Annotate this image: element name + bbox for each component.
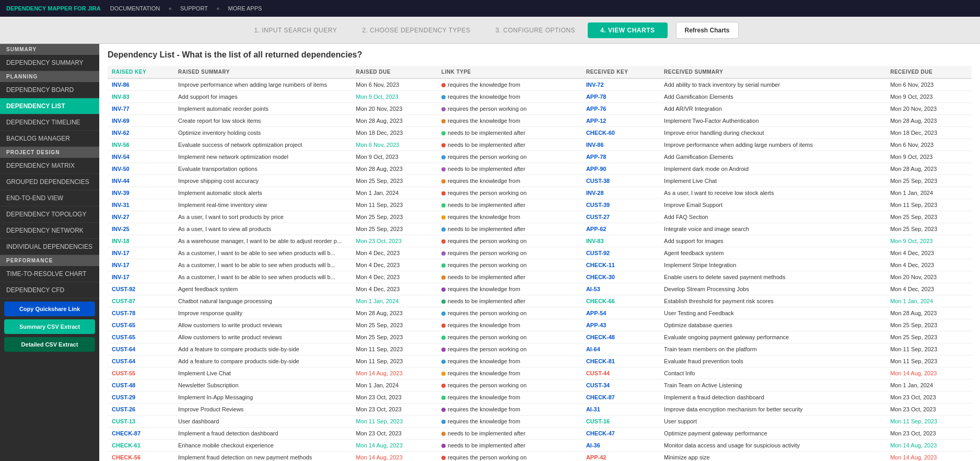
received-key-cell[interactable]: CHECK-66 — [582, 295, 660, 307]
raised-summary-cell: Implement automatic stock alerts — [174, 187, 352, 199]
received-key-cell[interactable]: INV-28 — [582, 187, 660, 199]
raised-key-cell[interactable]: CUST-65 — [108, 331, 174, 343]
received-key-cell[interactable]: CHECK-48 — [582, 331, 660, 343]
raised-key-cell[interactable]: INV-83 — [108, 91, 174, 103]
received-key-cell[interactable]: APP-76 — [582, 103, 660, 115]
summary-csv-button[interactable]: Summary CSV Extract — [4, 319, 95, 334]
more-apps-link[interactable]: MORE APPS — [228, 5, 262, 11]
raised-key-cell[interactable]: CUST-64 — [108, 343, 174, 355]
step-3[interactable]: 3. CONFIGURE OPTIONS — [483, 22, 588, 38]
table-row: INV-62 Optimize inventory holding costs … — [108, 127, 972, 139]
received-key-cell[interactable]: CUST-27 — [582, 211, 660, 223]
received-due-cell: Mon 25 Sep, 2023 — [886, 175, 972, 187]
raised-due-cell: Mon 1 Jan, 2024 — [352, 187, 437, 199]
received-key-cell[interactable]: CHECK-47 — [582, 428, 660, 440]
received-key-cell[interactable]: CUST-16 — [582, 416, 660, 428]
received-key-cell[interactable]: APP-42 — [582, 452, 660, 462]
received-key-cell[interactable]: APP-78 — [582, 91, 660, 103]
received-key-cell[interactable]: INV-83 — [582, 235, 660, 247]
raised-key-cell[interactable]: CUST-65 — [108, 319, 174, 331]
raised-key-cell[interactable]: CHECK-61 — [108, 440, 174, 452]
support-link[interactable]: SUPPORT — [180, 5, 208, 11]
refresh-charts-button[interactable]: Refresh Charts — [676, 22, 739, 39]
received-summary-cell: Implement Two-Factor Authentication — [660, 115, 886, 127]
received-key-cell[interactable]: APP-62 — [582, 223, 660, 235]
received-key-cell[interactable]: CHECK-81 — [582, 355, 660, 367]
raised-key-cell[interactable]: INV-25 — [108, 223, 174, 235]
raised-key-cell[interactable]: INV-62 — [108, 127, 174, 139]
doc-link[interactable]: DOCUMENTATION — [110, 5, 160, 11]
received-key-cell[interactable]: INV-72 — [582, 78, 660, 91]
raised-key-cell[interactable]: CUST-26 — [108, 404, 174, 416]
received-key-cell[interactable]: CUST-38 — [582, 175, 660, 187]
raised-key-cell[interactable]: CUST-55 — [108, 367, 174, 379]
raised-key-cell[interactable]: INV-17 — [108, 247, 174, 259]
step-1[interactable]: 1. INPUT SEARCH QUERY — [241, 22, 349, 38]
received-key-cell[interactable]: CHECK-30 — [582, 271, 660, 283]
received-key-cell[interactable]: APP-43 — [582, 319, 660, 331]
received-key-cell[interactable]: AI-53 — [582, 283, 660, 295]
received-key-cell[interactable]: AI-64 — [582, 343, 660, 355]
sidebar-item-dependency-topology[interactable]: DEPENDENCY TOPOLOGY — [0, 206, 99, 223]
raised-key-cell[interactable]: CUST-13 — [108, 416, 174, 428]
raised-summary-cell: Improve performance when adding large nu… — [174, 78, 352, 91]
sidebar-item-dependency-timeline[interactable]: DEPENDENCY TIMELINE — [0, 114, 99, 131]
received-key-cell[interactable]: AI-31 — [582, 404, 660, 416]
raised-key-cell[interactable]: CUST-92 — [108, 283, 174, 295]
received-key-cell[interactable]: APP-12 — [582, 115, 660, 127]
raised-key-cell[interactable]: CHECK-87 — [108, 428, 174, 440]
sidebar-item-dependency-network[interactable]: DEPENDENCY NETWORK — [0, 223, 99, 239]
received-key-cell[interactable]: CUST-39 — [582, 199, 660, 211]
raised-summary-cell: Add support for images — [174, 91, 352, 103]
sidebar-item-dependency-list[interactable]: DEPENDENCY LIST — [0, 98, 99, 114]
raised-key-cell[interactable]: INV-27 — [108, 211, 174, 223]
received-key-cell[interactable]: APP-54 — [582, 307, 660, 319]
sidebar-item-dependency-summary[interactable]: DEPENDENCY SUMMARY — [0, 55, 99, 71]
raised-key-cell[interactable]: INV-18 — [108, 235, 174, 247]
raised-key-cell[interactable]: INV-69 — [108, 115, 174, 127]
received-key-cell[interactable]: AI-36 — [582, 440, 660, 452]
sidebar-item-backlog-manager[interactable]: BACKLOG MANAGER — [0, 131, 99, 147]
sidebar-item-individual-dependencies[interactable]: INDIVIDUAL DEPENDENCIES — [0, 239, 99, 255]
raised-key-cell[interactable]: CUST-64 — [108, 355, 174, 367]
copy-quickshare-button[interactable]: Copy Quickshare Link — [4, 302, 95, 316]
received-due-cell: Mon 25 Sep, 2023 — [886, 223, 972, 235]
sidebar-item-dependency-cfd[interactable]: DEPENDENCY CFD — [0, 282, 99, 298]
raised-key-cell[interactable]: CUST-78 — [108, 307, 174, 319]
sidebar-item-grouped-dependencies[interactable]: GROUPED DEPENDENCIES — [0, 174, 99, 190]
raised-key-cell[interactable]: INV-86 — [108, 78, 174, 91]
sidebar-item-dependency-board[interactable]: DEPENDENCY BOARD — [0, 82, 99, 98]
sidebar-item-end-to-end[interactable]: END-TO-END VIEW — [0, 190, 99, 206]
step-4[interactable]: 4. VIEW CHARTS — [588, 22, 667, 38]
received-key-cell[interactable]: CUST-44 — [582, 367, 660, 379]
raised-key-cell[interactable]: INV-50 — [108, 163, 174, 175]
raised-key-cell[interactable]: CUST-87 — [108, 295, 174, 307]
step-2[interactable]: 2. CHOOSE DEPENDENCY TYPES — [349, 22, 483, 38]
raised-key-cell[interactable]: INV-56 — [108, 139, 174, 151]
raised-due-cell: Mon 28 Aug, 2023 — [352, 307, 437, 319]
received-key-cell[interactable]: CHECK-11 — [582, 259, 660, 271]
raised-key-cell[interactable]: CUST-29 — [108, 391, 174, 404]
received-key-cell[interactable]: CHECK-87 — [582, 391, 660, 404]
received-key-cell[interactable]: CUST-34 — [582, 379, 660, 391]
raised-key-cell[interactable]: INV-54 — [108, 151, 174, 163]
raised-key-cell[interactable]: INV-39 — [108, 187, 174, 199]
raised-key-cell[interactable]: INV-77 — [108, 103, 174, 115]
detailed-csv-button[interactable]: Detailed CSV Extract — [4, 337, 95, 352]
table-row: CUST-65 Allow customers to write product… — [108, 331, 972, 343]
received-key-cell[interactable]: APP-90 — [582, 163, 660, 175]
received-key-cell[interactable]: APP-78 — [582, 151, 660, 163]
raised-key-cell[interactable]: INV-17 — [108, 259, 174, 271]
sidebar-item-dependency-matrix[interactable]: DEPENDENCY MATRIX — [0, 158, 99, 174]
raised-due-cell: Mon 23 Oct, 2023 — [352, 235, 437, 247]
raised-key-cell[interactable]: INV-17 — [108, 271, 174, 283]
raised-key-cell[interactable]: INV-44 — [108, 175, 174, 187]
col-raised-key: RAISED KEY — [108, 66, 174, 78]
received-key-cell[interactable]: INV-86 — [582, 139, 660, 151]
sidebar-item-time-to-resolve[interactable]: TIME-TO-RESOLVE CHART — [0, 266, 99, 282]
received-key-cell[interactable]: CUST-92 — [582, 247, 660, 259]
raised-key-cell[interactable]: INV-31 — [108, 199, 174, 211]
received-key-cell[interactable]: CHECK-60 — [582, 127, 660, 139]
raised-key-cell[interactable]: CUST-48 — [108, 379, 174, 391]
raised-key-cell[interactable]: CHECK-56 — [108, 452, 174, 462]
